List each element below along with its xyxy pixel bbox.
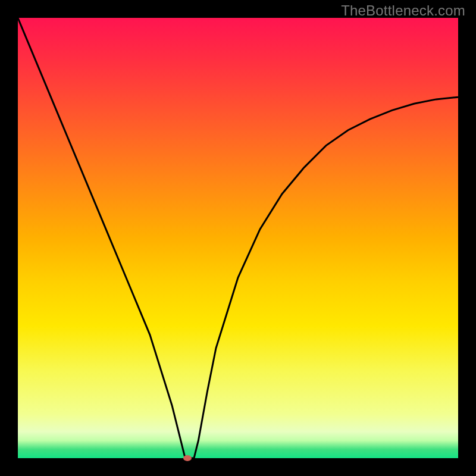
attribution-text: TheBottleneck.com	[341, 2, 465, 19]
plot-area	[18, 18, 458, 458]
optimal-point-marker	[183, 455, 192, 461]
bottleneck-curve	[18, 18, 458, 458]
chart-container: TheBottleneck.com	[0, 0, 476, 476]
